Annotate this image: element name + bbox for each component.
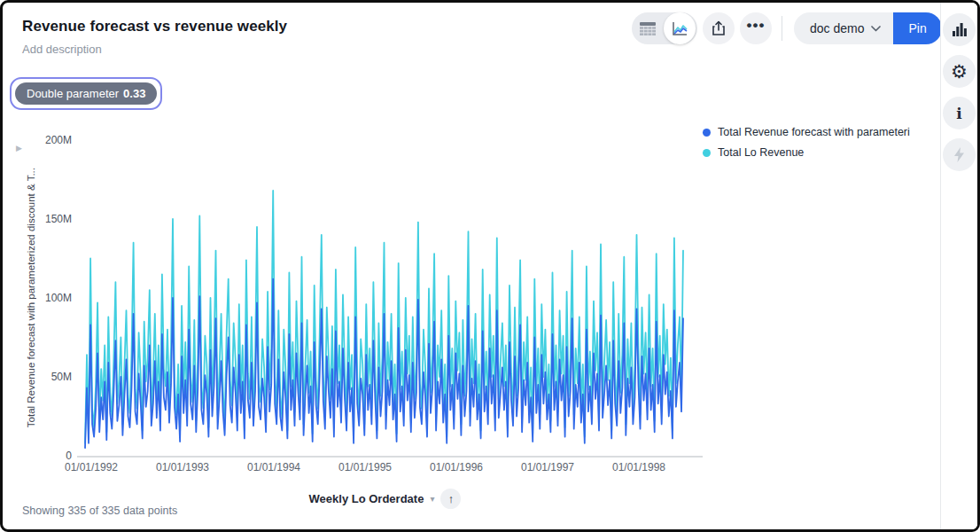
sort-ascending-button[interactable]: ↑ — [440, 489, 461, 509]
parameter-value: 0.33 — [123, 87, 145, 100]
share-icon — [712, 20, 726, 36]
page-title: Revenue forecast vs revenue weekly — [22, 18, 287, 35]
chart-icon — [671, 21, 688, 36]
expander-icon[interactable]: ▶ — [16, 144, 22, 153]
x-tick: 01/01/1992 — [45, 461, 137, 473]
more-options-button[interactable]: ••• — [740, 12, 772, 44]
app-window: Revenue forecast vs revenue weekly Add d… — [0, 0, 980, 532]
bar-chart-icon — [953, 23, 967, 36]
toolbar-divider — [782, 16, 782, 41]
legend-item-forecast[interactable]: Total Revenue forecast with parameteri — [703, 126, 910, 138]
x-tick: 01/01/1994 — [228, 461, 320, 473]
legend-dot-forecast — [703, 129, 711, 137]
x-tick: 01/01/1997 — [502, 461, 594, 473]
legend-label-lo-revenue: Total Lo Revenue — [718, 146, 804, 159]
table-view-button[interactable] — [632, 12, 664, 44]
chart-view-button[interactable] — [664, 12, 696, 44]
add-description[interactable]: Add description — [22, 43, 102, 56]
view-toggle — [632, 12, 697, 44]
toolbar: ••• doc demo Pin — [632, 12, 942, 44]
chart-plot-svg[interactable] — [81, 140, 689, 456]
settings-panel-button[interactable]: ⚙ — [943, 55, 976, 88]
caret-down-icon[interactable]: ▾ — [430, 494, 434, 504]
chart-panel-button[interactable] — [943, 13, 976, 46]
double-parameter-control[interactable]: Double parameter 0.33 — [10, 77, 162, 110]
chart-legend: Total Revenue forecast with parameteri T… — [703, 126, 910, 159]
legend-dot-lo-revenue — [703, 149, 711, 157]
lightning-icon — [953, 147, 965, 162]
chevron-down-icon — [871, 26, 881, 32]
doc-selector-dropdown[interactable]: doc demo — [794, 12, 893, 44]
y-axis-label: Total Revenue forecast with parameterize… — [26, 168, 36, 427]
double-parameter-pill[interactable]: Double parameter 0.33 — [15, 82, 157, 105]
x-tick: 01/01/1998 — [593, 461, 685, 473]
info-icon: i — [956, 105, 961, 122]
doc-selector-label: doc demo — [810, 21, 864, 35]
right-sidebar: ⚙ i — [940, 3, 977, 529]
table-icon — [640, 22, 656, 35]
pin-button[interactable]: Pin — [893, 12, 941, 44]
status-text: Showing 335 of 335 data points — [22, 505, 177, 517]
x-tick: 01/01/1996 — [410, 461, 502, 473]
x-axis-field-label[interactable]: Weekly Lo Orderdate — [309, 492, 424, 505]
info-panel-button[interactable]: i — [943, 97, 976, 129]
legend-label-forecast: Total Revenue forecast with parameteri — [718, 126, 910, 138]
ellipsis-icon: ••• — [747, 21, 766, 35]
gear-icon: ⚙ — [951, 62, 968, 81]
y-axis-label-box: Total Revenue forecast with parameterize… — [24, 140, 38, 456]
x-tick: 01/01/1995 — [319, 461, 411, 473]
x-tick: 01/01/1993 — [136, 461, 229, 473]
x-axis-line — [77, 456, 703, 458]
legend-item-lo-revenue[interactable]: Total Lo Revenue — [703, 146, 910, 159]
doc-pin-group: doc demo Pin — [794, 12, 942, 44]
parameter-label: Double parameter — [27, 87, 119, 100]
share-button[interactable] — [703, 12, 735, 44]
actions-panel-button[interactable] — [943, 138, 976, 171]
